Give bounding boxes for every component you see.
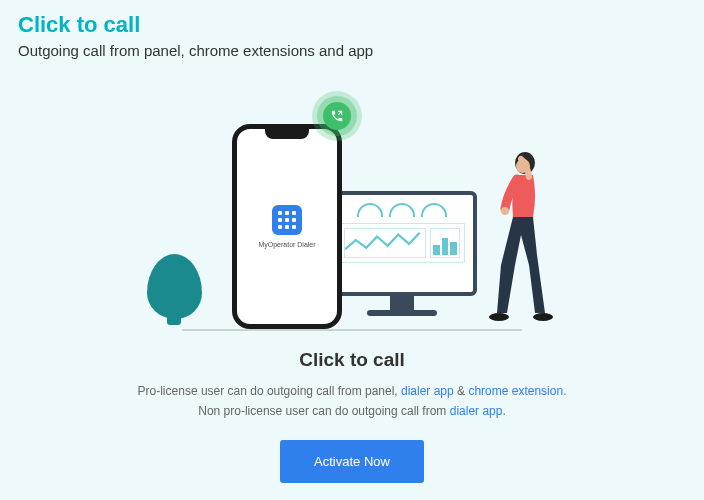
call-badge-icon — [312, 91, 362, 141]
page-title: Click to call — [18, 12, 686, 38]
feature-illustration: MyOperator Dialer — [177, 109, 527, 329]
monitor-graphic — [327, 191, 477, 321]
bush-decoration — [147, 254, 202, 319]
chrome-extension-link[interactable]: chrome extension — [468, 384, 563, 398]
content-title: Click to call — [60, 349, 644, 371]
page-subtitle: Outgoing call from panel, chrome extensi… — [18, 42, 686, 59]
person-graphic — [477, 145, 567, 325]
phone-app-label: MyOperator Dialer — [258, 241, 315, 248]
dialer-app-icon — [272, 205, 302, 235]
phone-graphic: MyOperator Dialer — [232, 124, 342, 329]
svg-point-3 — [489, 313, 509, 321]
svg-point-4 — [533, 313, 553, 321]
dialer-app-link-2[interactable]: dialer app — [450, 404, 503, 418]
activate-now-button[interactable]: Activate Now — [280, 440, 424, 483]
svg-point-2 — [501, 207, 509, 215]
content-description: Pro-license user can do outgoing call fr… — [60, 381, 644, 422]
dialer-app-link[interactable]: dialer app — [401, 384, 454, 398]
